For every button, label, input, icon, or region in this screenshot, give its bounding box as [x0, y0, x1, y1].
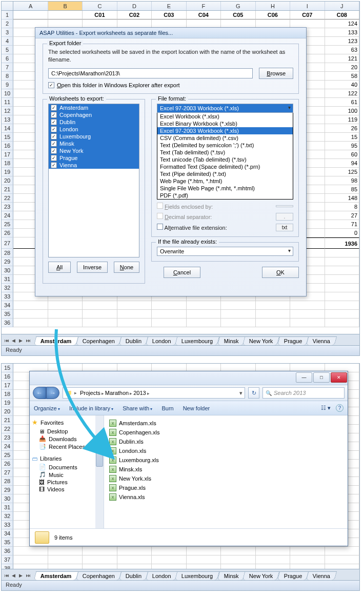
- cell[interactable]: [325, 555, 359, 564]
- col-header-C[interactable]: C: [83, 2, 117, 10]
- worksheet-item[interactable]: ✓London: [49, 126, 139, 133]
- format-option[interactable]: Single File Web Page (*.mht, *.mhtml): [157, 185, 293, 192]
- cell[interactable]: [13, 319, 48, 327]
- format-option[interactable]: Text (Tab delimited) (*.tsv): [157, 149, 293, 156]
- cell[interactable]: [221, 555, 255, 564]
- cell[interactable]: 100: [325, 107, 359, 115]
- cell[interactable]: 124: [325, 19, 359, 28]
- row-header-2[interactable]: 2: [2, 19, 13, 28]
- cell[interactable]: 71: [325, 220, 359, 229]
- cell[interactable]: [187, 310, 221, 319]
- worksheet-checkbox[interactable]: ✓: [51, 133, 57, 140]
- alt-ext-checkbox[interactable]: [157, 224, 163, 230]
- row-header-4[interactable]: 4: [2, 37, 13, 46]
- row-header-31[interactable]: 31: [2, 275, 13, 284]
- cell[interactable]: [256, 310, 290, 319]
- cell[interactable]: [325, 249, 359, 257]
- cell[interactable]: [256, 564, 290, 569]
- cell[interactable]: [13, 11, 48, 19]
- row-header-31[interactable]: 31: [2, 503, 13, 512]
- sidebar-item-videos[interactable]: 🎞Videos: [32, 486, 102, 493]
- cell[interactable]: [152, 319, 186, 327]
- row-header-26[interactable]: 26: [2, 229, 13, 237]
- worksheet-item[interactable]: ✓Minsk: [49, 140, 139, 147]
- row-header-17[interactable]: 17: [2, 381, 13, 390]
- format-option[interactable]: CSV (Comma delimited) (*.csv): [157, 134, 293, 142]
- row-header-27[interactable]: 27: [2, 468, 13, 477]
- cell[interactable]: [117, 564, 152, 569]
- row-header-15[interactable]: 15: [2, 133, 13, 142]
- worksheet-checkbox[interactable]: ✓: [51, 105, 57, 111]
- row-header-36[interactable]: 36: [2, 319, 13, 327]
- worksheet-item[interactable]: ✓Luxembourg: [49, 133, 139, 140]
- none-button[interactable]: None: [114, 262, 139, 273]
- row-header-17[interactable]: 17: [2, 150, 13, 159]
- cell[interactable]: 148: [325, 194, 359, 203]
- row-header-21[interactable]: 21: [2, 416, 13, 425]
- row-header-24[interactable]: 24: [2, 442, 13, 451]
- cell[interactable]: [256, 555, 290, 564]
- format-option[interactable]: Text unicode (Tab delimited) (*.tsv): [157, 156, 293, 163]
- file-item[interactable]: XDublin.xls: [109, 437, 342, 446]
- worksheet-item[interactable]: ✓New York: [49, 147, 139, 154]
- cell[interactable]: [48, 310, 83, 319]
- sheet-tab-london[interactable]: London: [145, 571, 177, 580]
- file-item[interactable]: XAmsterdam.xls: [109, 419, 342, 428]
- tab-last-icon[interactable]: ⏭: [26, 338, 32, 345]
- cell[interactable]: [152, 301, 186, 310]
- cell[interactable]: [325, 319, 359, 327]
- ok-button[interactable]: OK: [262, 267, 299, 278]
- cell[interactable]: 98: [325, 176, 359, 185]
- cell[interactable]: [290, 547, 325, 555]
- row-header-25[interactable]: 25: [2, 220, 13, 229]
- row-header-22[interactable]: 22: [2, 194, 13, 203]
- sidebar-item-recent-places[interactable]: 📑Recent Places: [32, 443, 102, 450]
- row-header-28[interactable]: 28: [2, 249, 13, 257]
- format-option[interactable]: Excel Binary Workbook (*.xlsb): [157, 120, 293, 127]
- cell[interactable]: [221, 547, 255, 555]
- cell[interactable]: 61: [325, 98, 359, 107]
- col-header-H[interactable]: H: [256, 2, 290, 10]
- cell[interactable]: [325, 266, 359, 275]
- file-exists-dropdown[interactable]: Overwrite: [157, 247, 293, 256]
- row-header-36[interactable]: 36: [2, 547, 13, 555]
- row-header-18[interactable]: 18: [2, 159, 13, 168]
- back-button[interactable]: ←: [33, 387, 46, 399]
- file-item[interactable]: XLuxembourg.xls: [109, 455, 342, 465]
- cell[interactable]: [187, 555, 221, 564]
- worksheet-checkbox[interactable]: ✓: [51, 119, 57, 125]
- row-header-7[interactable]: 7: [2, 63, 13, 72]
- row-header-27[interactable]: 27: [2, 237, 13, 249]
- row-header-10[interactable]: 10: [2, 89, 13, 98]
- sheet-tab-new-york[interactable]: New York: [242, 336, 280, 345]
- worksheet-item[interactable]: ✓Vienna: [49, 162, 139, 169]
- cell[interactable]: 27: [325, 211, 359, 220]
- row-header-8[interactable]: 8: [2, 72, 13, 81]
- cell[interactable]: C04: [187, 11, 221, 19]
- file-format-options[interactable]: Excel Workbook (*.xlsx)Excel Binary Work…: [157, 113, 293, 200]
- cell[interactable]: [117, 319, 152, 327]
- cell[interactable]: [325, 275, 359, 284]
- cell[interactable]: C07: [290, 11, 325, 19]
- cell[interactable]: C06: [256, 11, 290, 19]
- cell[interactable]: [325, 292, 359, 301]
- include-library-menu[interactable]: Include in library: [69, 405, 113, 411]
- format-option[interactable]: Excel 97-2003 Workbook (*.xls): [157, 127, 293, 134]
- libraries-header[interactable]: Libraries: [40, 455, 62, 462]
- row-header-18[interactable]: 18: [2, 390, 13, 399]
- share-with-menu[interactable]: Share with: [123, 405, 152, 411]
- new-folder-button[interactable]: New folder: [183, 405, 210, 411]
- browse-button[interactable]: Browse: [259, 68, 293, 79]
- cell[interactable]: [48, 564, 83, 569]
- cell[interactable]: [13, 310, 48, 319]
- cell[interactable]: [152, 555, 186, 564]
- worksheet-checkbox[interactable]: ✓: [51, 126, 57, 132]
- cell[interactable]: [256, 301, 290, 310]
- cell[interactable]: [83, 564, 117, 569]
- row-header-12[interactable]: 12: [2, 107, 13, 115]
- file-item[interactable]: XVienna.xls: [109, 492, 342, 502]
- cell[interactable]: 1936: [325, 237, 359, 249]
- sheet-tab-prague[interactable]: Prague: [277, 571, 309, 580]
- file-item[interactable]: XCopenhagen.xls: [109, 428, 342, 437]
- cell[interactable]: [117, 547, 152, 555]
